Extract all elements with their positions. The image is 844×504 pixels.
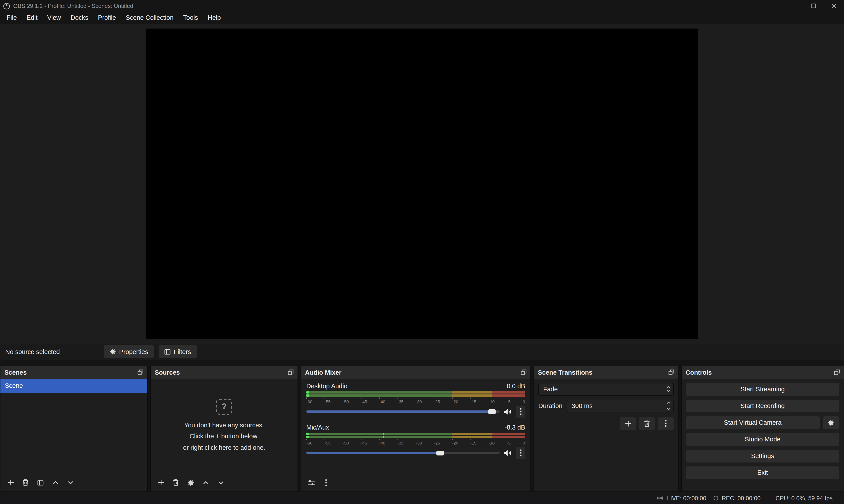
- mixer-menu-button[interactable]: [321, 478, 331, 487]
- add-source-button[interactable]: [156, 478, 166, 487]
- meter-tick-label: -50: [343, 440, 349, 445]
- menu-item-view[interactable]: View: [42, 12, 66, 24]
- advanced-audio-button[interactable]: [306, 478, 316, 487]
- chevron-up-icon: [667, 402, 671, 404]
- statusbar: LIVE: 00:00:00 REC: 00:00:00 CPU: 0.0%, …: [0, 492, 844, 504]
- menu-item-scene-collection[interactable]: Scene Collection: [121, 12, 178, 24]
- meter-tick-label: -60: [306, 399, 312, 404]
- popout-icon: [521, 370, 527, 375]
- studio-mode-button[interactable]: Studio Mode: [686, 433, 839, 446]
- audio-mixer-popout-button[interactable]: [521, 370, 527, 375]
- close-button[interactable]: [824, 0, 844, 12]
- menu-item-docks[interactable]: Docks: [66, 12, 93, 24]
- speaker-icon: [504, 408, 512, 415]
- titlebar[interactable]: OBS 29.1.2 - Profile: Untitled - Scenes:…: [0, 0, 844, 12]
- sources-list[interactable]: ? You don't have any sources. Click the …: [151, 379, 298, 474]
- meter-tick-label: -10: [489, 440, 495, 445]
- transition-select[interactable]: Fade: [538, 383, 674, 396]
- menubar: File Edit View Docks Profile Scene Colle…: [0, 12, 844, 24]
- cpu-fps-text: CPU: 0.0%, 59.94 fps: [775, 495, 832, 501]
- remove-transition-button[interactable]: [639, 417, 655, 430]
- duration-decrease-button[interactable]: [664, 406, 673, 412]
- popout-icon: [668, 370, 674, 375]
- scenes-popout-button[interactable]: [138, 370, 143, 375]
- spin-arrows: [664, 400, 673, 412]
- volume-slider[interactable]: [306, 408, 500, 415]
- controls-popout-button[interactable]: [834, 370, 840, 375]
- transitions-popout-button[interactable]: [668, 370, 674, 375]
- transition-options-button[interactable]: [658, 417, 674, 430]
- move-scene-down-button[interactable]: [66, 478, 75, 487]
- move-source-up-button[interactable]: [201, 478, 211, 487]
- mixer-channel-desktop-audio: Desktop Audio 0.0 dB -60-55-50-45-40-35-…: [306, 382, 525, 417]
- preview-canvas[interactable]: [146, 29, 698, 339]
- volume-slider[interactable]: [306, 449, 500, 456]
- gear-icon: [187, 479, 194, 486]
- add-transition-button[interactable]: [620, 417, 636, 430]
- move-scene-up-button[interactable]: [51, 478, 60, 487]
- speaker-icon: [504, 450, 512, 456]
- virtual-camera-settings-button[interactable]: [823, 416, 839, 429]
- controls-dock-title: Controls: [686, 369, 712, 376]
- meter-scale: -60-55-50-45-40-35-30-25-20-15-10-50: [306, 399, 525, 404]
- remove-scene-button[interactable]: [21, 478, 30, 487]
- transitions-dock-header[interactable]: Scene Transitions: [534, 366, 678, 379]
- scene-list-item[interactable]: Scene: [0, 379, 147, 393]
- scenes-list[interactable]: Scene: [0, 379, 147, 474]
- exit-button[interactable]: Exit: [686, 466, 839, 479]
- menu-item-edit[interactable]: Edit: [22, 12, 42, 24]
- channel-options-button[interactable]: [516, 406, 525, 417]
- source-status-text: No source selected: [5, 348, 60, 355]
- duration-increase-button[interactable]: [664, 400, 673, 406]
- volume-slider-handle[interactable]: [489, 409, 496, 414]
- settings-button[interactable]: Settings: [686, 450, 839, 462]
- sources-dock-header[interactable]: Sources: [151, 366, 298, 379]
- remove-source-button[interactable]: [171, 478, 181, 487]
- meter-tick-label: -25: [434, 399, 440, 404]
- move-source-down-button[interactable]: [216, 478, 226, 487]
- meter-tick-label: -20: [452, 399, 458, 404]
- audio-mixer-dock-title: Audio Mixer: [305, 369, 341, 376]
- meter-tick-label: -35: [398, 399, 403, 404]
- scenes-dock-header[interactable]: Scenes: [0, 366, 147, 379]
- audio-mixer-dock-header[interactable]: Audio Mixer: [301, 366, 530, 379]
- mixer-channels: Desktop Audio 0.0 dB -60-55-50-45-40-35-…: [301, 379, 530, 474]
- sources-dock-title: Sources: [155, 369, 180, 376]
- mute-button[interactable]: [504, 450, 512, 456]
- start-virtual-camera-button[interactable]: Start Virtual Camera: [686, 416, 820, 429]
- source-properties-button[interactable]: [186, 478, 196, 487]
- gear-icon: [109, 348, 116, 355]
- sources-popout-button[interactable]: [288, 370, 294, 375]
- mute-button[interactable]: [504, 408, 512, 415]
- plus-icon: [625, 420, 631, 427]
- meter-tick-label: -20: [452, 440, 458, 445]
- kebab-icon: [520, 408, 522, 415]
- source-toolbar: No source selected Properties Filters: [0, 344, 844, 360]
- menu-item-profile[interactable]: Profile: [93, 12, 121, 24]
- volume-slider-handle[interactable]: [436, 450, 444, 455]
- window-title: OBS 29.1.2 - Profile: Untitled - Scenes:…: [13, 3, 133, 9]
- channel-options-button[interactable]: [516, 447, 525, 459]
- filters-button[interactable]: Filters: [159, 345, 197, 358]
- add-scene-button[interactable]: [6, 478, 15, 487]
- duration-spinbox[interactable]: 300 ms: [567, 399, 674, 412]
- menu-item-help[interactable]: Help: [203, 12, 226, 24]
- controls-dock-header[interactable]: Controls: [682, 366, 844, 379]
- meter-tick-label: -50: [343, 399, 349, 404]
- maximize-button[interactable]: [804, 0, 824, 12]
- scenes-dock-title: Scenes: [4, 369, 27, 376]
- scenes-dock: Scenes Scene: [0, 366, 148, 492]
- start-streaming-button[interactable]: Start Streaming: [686, 383, 839, 396]
- meter-tick-label: -60: [306, 440, 312, 445]
- properties-button[interactable]: Properties: [104, 345, 154, 358]
- live-status: LIVE: 00:00:00: [656, 495, 706, 501]
- maximize-icon: [811, 3, 816, 8]
- meter-scale: -60-55-50-45-40-35-30-25-20-15-10-50: [306, 440, 525, 445]
- scenes-toolbar: [0, 474, 147, 491]
- scene-filters-button[interactable]: [36, 478, 45, 487]
- start-recording-button[interactable]: Start Recording: [686, 399, 839, 412]
- minimize-button[interactable]: [784, 0, 804, 12]
- menu-item-tools[interactable]: Tools: [178, 12, 203, 24]
- menu-item-file[interactable]: File: [2, 12, 22, 24]
- volume-meter: [306, 432, 525, 440]
